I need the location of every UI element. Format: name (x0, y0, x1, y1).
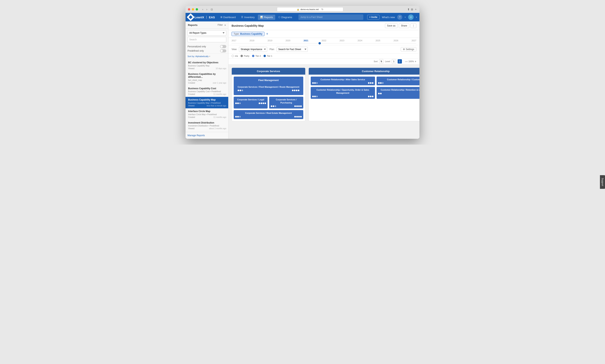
collapse-sidebar-btn[interactable]: » (224, 23, 226, 26)
dot (316, 96, 318, 97)
diagrams-icon: ⬡ (278, 16, 280, 18)
dot (235, 116, 237, 117)
view-label: View (232, 48, 237, 51)
dot (312, 82, 314, 84)
dot (239, 103, 241, 104)
dot (380, 82, 382, 84)
filter-tag-type[interactable]: Type: Business Capability (232, 32, 264, 36)
back-btn[interactable]: ‹ (201, 7, 204, 11)
report-item-date-label: Viewed (188, 128, 195, 130)
dot (235, 103, 237, 104)
sidebar-search-input[interactable] (187, 37, 226, 42)
report-item-title: Business Capabilities by differentiati..… (188, 73, 226, 79)
fleet-mgmt-parent[interactable]: Fleet Management Corporate Services / Fl… (234, 77, 303, 95)
nav-dashboard-label: Dashboard (223, 16, 236, 19)
new-tab-btn[interactable]: ＋ (414, 8, 417, 11)
report-item-investment-dist[interactable]: Investment Distribution Investment Distr… (185, 120, 228, 131)
logo[interactable]: LeanIX | EAS (188, 14, 215, 20)
zoom-in-btn[interactable]: + (415, 60, 416, 63)
timeline-marker[interactable] (318, 42, 321, 44)
legend-parity: Parity (240, 55, 249, 57)
tab-icon[interactable]: ⊡ (211, 8, 213, 11)
personalized-toggle-knob (221, 45, 223, 48)
global-search-input[interactable] (298, 14, 363, 20)
cap-card-opportunity[interactable]: Customer Relationship / Opportunity, Ord… (311, 87, 375, 99)
cap-card-fleet-route[interactable]: Corporate Services / Fleet Management / … (236, 84, 301, 93)
sidebar-controls: All Report Types (185, 29, 228, 44)
nav-dashboard[interactable]: ⊞ Dashboard (218, 15, 238, 20)
dot (370, 96, 371, 97)
dot (275, 105, 276, 107)
page-title: Business Capability Map (232, 24, 264, 27)
nav-diagrams-label: Diagrams (281, 16, 292, 19)
reload-btn[interactable]: ↻ (321, 8, 323, 11)
share-btn[interactable]: Share (399, 23, 409, 28)
settings-btn[interactable]: ⚙ Settings (401, 47, 416, 52)
cap-card-real-estate-title: Corporate Services / Real Estate Managem… (235, 112, 302, 115)
report-item-interface-circle[interactable]: Interface Circle Map Interface Circle Ma… (185, 108, 228, 120)
dots-left (271, 105, 276, 107)
nav-reports[interactable]: 📊 Reports (258, 15, 276, 20)
settings-label: Settings (406, 48, 414, 51)
minimize-window-btn[interactable] (192, 8, 194, 11)
cap-card-real-estate[interactable]: Corporate Services / Real Estate Managem… (234, 110, 303, 119)
nav-diagrams[interactable]: ⬡ Diagrams (276, 15, 294, 20)
share-window-btn[interactable]: ⬆ (407, 8, 410, 11)
help-btn[interactable]: ? (397, 15, 402, 20)
dots-right (368, 96, 373, 97)
level-1-btn[interactable]: 1 (392, 59, 396, 64)
level-2-btn[interactable]: 2 (398, 59, 402, 64)
manage-reports-btn[interactable]: Manage Reports (187, 134, 205, 137)
legend-label-tier2: Tier 2 (255, 55, 261, 57)
cap-card-legal[interactable]: Corporate Services / Legal (234, 97, 268, 108)
maximize-window-btn[interactable] (196, 8, 198, 11)
nav-inventory-label: Inventory (244, 16, 255, 19)
save-as-btn[interactable]: Save as (385, 23, 398, 28)
invite-btn[interactable]: + Invite (367, 15, 380, 19)
nav-inventory[interactable]: ☰ Inventory (239, 15, 257, 20)
report-item-bc-map[interactable]: Business Capability Map Business Capabil… (185, 97, 228, 108)
cap-card-after-sales[interactable]: Customer Relationship / After Sales Serv… (311, 77, 375, 85)
report-type-select[interactable]: All Report Types (187, 30, 226, 36)
timeline-year-2019: 2019 (268, 39, 272, 42)
plan-select[interactable]: Search for Fact Sheet (276, 47, 308, 52)
sort-label[interactable]: Sort by: Alphabetically ▾ (187, 55, 210, 57)
close-window-btn[interactable] (188, 8, 190, 11)
customer-relationship-title: Customer Relationship (362, 70, 390, 73)
toggle-group: Personalized only Predefined only (185, 44, 228, 53)
predefined-toggle[interactable] (220, 49, 226, 52)
whats-new-btn[interactable]: What's new (382, 16, 395, 19)
more-actions-btn[interactable]: ⋮ (410, 23, 416, 28)
report-item-date-label: Created (188, 116, 195, 118)
cap-card-purchasing[interactable]: Corporate Services / Purchasing (269, 97, 303, 108)
category-corporate-services: Corporate Services Fleet Management Corp… (232, 68, 305, 121)
add-filter-btn[interactable]: + (266, 32, 268, 36)
forward-btn[interactable]: › (205, 7, 209, 11)
filter-btn[interactable]: Filter (218, 24, 223, 26)
address-bar: 🔒 demo-eu.leanix.net ↻ (214, 7, 406, 12)
address-input[interactable]: 🔒 demo-eu.leanix.net ↻ (277, 7, 343, 12)
predefined-toggle-row: Predefined only (187, 49, 226, 52)
sort-icon-btn[interactable]: ⇅ (379, 59, 383, 64)
timeline: 2017 2018 2019 2020 2021 2022 2023 2024 … (228, 38, 420, 45)
legend-dot-tier1 (263, 55, 266, 57)
personalized-toggle[interactable] (220, 45, 226, 48)
cap-card-retention[interactable]: Customer Relationship / Retention & Loya… (377, 87, 420, 99)
report-item-bc-cost[interactable]: Business Capability Cost Business Capabi… (185, 86, 228, 97)
zoom-out-btn[interactable]: — (405, 60, 408, 63)
cap-card-opportunity-title: Customer Relationship / Opportunity, Ord… (312, 89, 373, 94)
tile-window-btn[interactable]: ⊞ (411, 8, 413, 11)
filter-type-value: Business Capability (240, 33, 262, 35)
cap-card-customer-service[interactable]: Customer Relationship / Customer Service (377, 77, 420, 85)
timeline-line[interactable] (232, 43, 416, 43)
report-item-bc-diff[interactable]: Business Capabilities by differentiati..… (185, 71, 228, 86)
dot (298, 90, 299, 91)
report-item-date: about 2 months ago (209, 128, 226, 130)
user-avatar[interactable]: U (408, 14, 414, 20)
report-item-bc-clustered[interactable]: BC clustered by Objectives Business Capa… (185, 60, 228, 71)
cap-card-after-sales-title: Customer Relationship / After Sales Serv… (312, 78, 373, 81)
dot (294, 90, 295, 91)
cap-card-legal-dots (235, 103, 266, 104)
view-select[interactable]: Strategic Importance (239, 47, 267, 52)
dot (296, 116, 298, 117)
